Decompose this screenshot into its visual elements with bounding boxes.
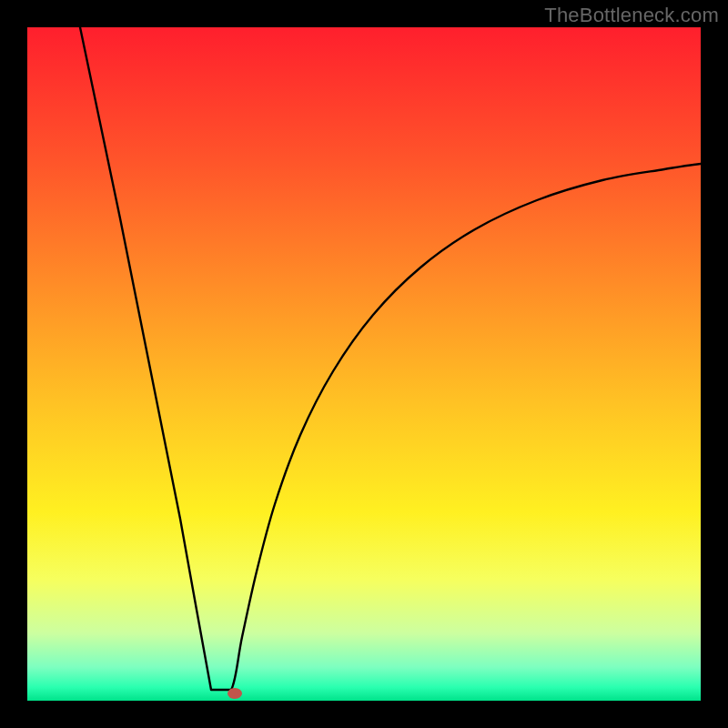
curve-layer — [27, 27, 701, 701]
chart-frame: TheBottleneck.com — [0, 0, 728, 728]
watermark-text: TheBottleneck.com — [544, 4, 719, 27]
bottleneck-curve — [80, 27, 701, 690]
plot-area — [27, 27, 701, 701]
min-marker — [228, 688, 242, 699]
